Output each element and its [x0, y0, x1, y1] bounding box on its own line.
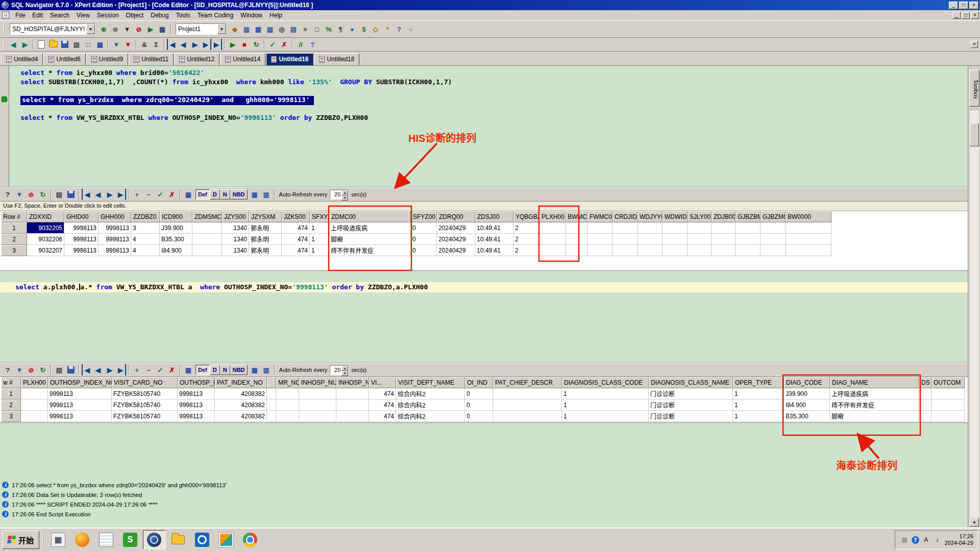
tab-untitled16[interactable]: Untitled16: [266, 53, 313, 65]
column-header[interactable]: JZYS00: [222, 211, 249, 222]
cell[interactable]: [786, 222, 831, 234]
cell[interactable]: 1: [310, 222, 329, 234]
toggle-def[interactable]: Def: [195, 365, 210, 375]
column-header[interactable]: ICD900: [160, 211, 192, 222]
cell[interactable]: [540, 222, 566, 234]
delete-row-icon[interactable]: −: [143, 364, 154, 375]
cell[interactable]: [688, 234, 712, 245]
run-to-end-icon[interactable]: ▶: [212, 39, 222, 50]
column-header[interactable]: DIAGNOSIS_CLASS_CODE: [562, 377, 649, 388]
cell[interactable]: 9998113: [48, 399, 112, 411]
sql-editor-top[interactable]: select * from ic_yhxx00 where brid00='50…: [0, 66, 968, 187]
cell[interactable]: [336, 388, 369, 399]
toolbox-tab[interactable]: Toolbox: [969, 70, 979, 107]
menu-tools[interactable]: Tools: [173, 11, 194, 20]
cell[interactable]: 9998113: [64, 222, 99, 234]
cell[interactable]: 0: [465, 411, 493, 422]
cell[interactable]: [736, 222, 761, 234]
percent-analyze-icon[interactable]: %: [323, 23, 334, 35]
column-header[interactable]: FWMC00: [587, 211, 612, 222]
cell[interactable]: [276, 388, 299, 399]
cell[interactable]: [566, 234, 587, 245]
cell[interactable]: 10:49:41: [475, 222, 513, 234]
cell[interactable]: [761, 234, 786, 245]
menu-debug[interactable]: Debug: [147, 11, 172, 20]
cancel-refresh-icon[interactable]: ⊘: [26, 364, 37, 375]
cell[interactable]: B35.300: [160, 234, 192, 245]
cell[interactable]: 1: [310, 234, 329, 245]
execute-icon[interactable]: ▶: [227, 39, 238, 50]
tab-untitled14[interactable]: Untitled14: [220, 53, 265, 65]
cell[interactable]: [688, 245, 712, 256]
row-number-cell[interactable]: 1: [1, 388, 21, 399]
cell[interactable]: 综合内科2: [396, 399, 465, 411]
save-file-icon[interactable]: [59, 39, 70, 50]
next-icon[interactable]: ▶: [104, 364, 115, 375]
cell[interactable]: 0: [411, 245, 437, 256]
column-header[interactable]: DIAGNOSIS_CLASS_NAME: [649, 377, 733, 388]
restore-button[interactable]: □: [959, 2, 968, 9]
cell[interactable]: [336, 399, 369, 411]
cell[interactable]: [566, 222, 587, 234]
column-header[interactable]: OUTCOM: [932, 377, 965, 388]
locate-icon[interactable]: ?: [2, 364, 13, 375]
cell[interactable]: [493, 399, 562, 411]
column-header[interactable]: GHID00: [64, 211, 99, 222]
filter-clear-icon[interactable]: ▼: [122, 39, 134, 50]
cell[interactable]: 9032206: [27, 234, 64, 245]
cell[interactable]: 1: [733, 399, 784, 411]
cell[interactable]: 痔不伴有并发症: [830, 399, 919, 411]
column-header[interactable]: JZYSXM: [249, 211, 282, 222]
search-tool-icon[interactable]: ○: [405, 23, 416, 35]
record-view-icon[interactable]: ▥: [261, 364, 272, 375]
output-window-icon[interactable]: □: [311, 23, 323, 35]
locate-icon[interactable]: ?: [2, 189, 13, 200]
commit-icon[interactable]: ✓: [267, 39, 278, 50]
cell[interactable]: 9998113: [48, 411, 112, 422]
code-assistant-icon[interactable]: ¶: [335, 23, 346, 35]
help-context-icon[interactable]: ?: [307, 39, 318, 50]
column-header[interactable]: PAT_CHIEF_DESCR: [493, 377, 562, 388]
grid-options-icon[interactable]: ▦: [183, 364, 194, 375]
column-header[interactable]: Row #: [1, 211, 27, 222]
cell[interactable]: [712, 234, 736, 245]
connect-icon[interactable]: ⊕: [98, 23, 109, 35]
tab-untitled4[interactable]: Untitled4: [1, 53, 43, 65]
cell[interactable]: [587, 245, 612, 256]
image-viewer-taskbar-button[interactable]: [215, 530, 237, 549]
web-browser-icon[interactable]: ●: [347, 23, 358, 35]
refresh-grid-icon[interactable]: ↻: [37, 189, 48, 200]
explorer-taskbar-button[interactable]: [167, 530, 189, 549]
toggle-d[interactable]: D: [210, 365, 220, 375]
cell[interactable]: 上呼吸道疾病: [329, 222, 411, 234]
cell[interactable]: [712, 245, 736, 256]
column-header[interactable]: ZDMC00: [329, 211, 411, 222]
row-number-cell[interactable]: 2: [1, 234, 27, 245]
cell[interactable]: J39.900: [160, 222, 192, 234]
object-navigator-icon[interactable]: ▧: [264, 23, 276, 35]
money-format-icon[interactable]: $: [358, 23, 370, 35]
menu-session[interactable]: Session: [93, 11, 122, 20]
column-header[interactable]: OI_IND: [465, 377, 493, 388]
chevron-down-icon[interactable]: ▼: [86, 24, 95, 34]
tab-untitled9[interactable]: Untitled9: [86, 53, 128, 65]
cell[interactable]: 20240429: [437, 222, 475, 234]
column-header[interactable]: SFXYZD: [310, 211, 329, 222]
cell[interactable]: [638, 245, 663, 256]
cell[interactable]: 0: [465, 399, 493, 411]
cell[interactable]: 0: [411, 234, 437, 245]
filter-icon[interactable]: ▼: [14, 364, 25, 375]
cell[interactable]: 综合内科2: [396, 388, 465, 399]
cell[interactable]: 1: [733, 411, 784, 422]
tab-untitled12[interactable]: Untitled12: [174, 53, 219, 65]
cell[interactable]: [786, 245, 831, 256]
cell[interactable]: 9032205: [27, 222, 64, 234]
selected-sql-statement[interactable]: select * from ys_brzdxx where zdrq00='20…: [20, 96, 314, 105]
cell[interactable]: 郭永明: [249, 234, 282, 245]
column-header[interactable]: ZDJB00: [712, 211, 736, 222]
cell[interactable]: [21, 388, 48, 399]
menu-help[interactable]: Help: [266, 11, 286, 20]
cell[interactable]: 474: [369, 399, 396, 411]
cell[interactable]: 1: [733, 388, 784, 399]
find-objects-icon[interactable]: ◎: [276, 23, 287, 35]
